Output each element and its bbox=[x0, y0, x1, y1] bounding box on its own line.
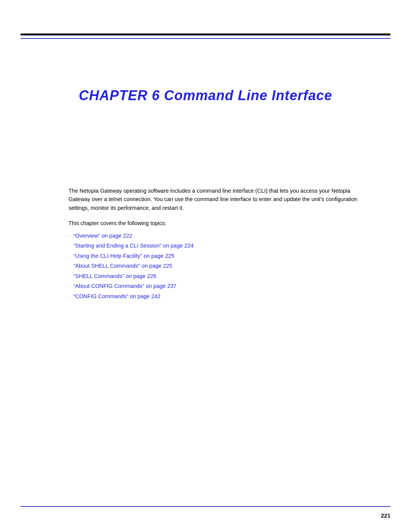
intro-paragraph: The Netopia Gateway operating software i… bbox=[68, 187, 373, 212]
link-starting-ending[interactable]: “Starting and Ending a CLI Session” on p… bbox=[73, 241, 194, 250]
page-container: CHAPTER 6 Command Line Interface The Net… bbox=[0, 0, 411, 532]
list-item: · “SHELL Commands” on page 226 bbox=[68, 272, 373, 280]
list-item: · “Using the CLI Help Facility” on page … bbox=[68, 252, 373, 260]
bullet-dot: · bbox=[68, 233, 70, 240]
link-cli-help[interactable]: “Using the CLI Help Facility” on page 22… bbox=[73, 252, 174, 260]
topics-list: · “Overview” on page 222 · “Starting and… bbox=[68, 232, 373, 300]
topics-intro: This chapter covers the following topics… bbox=[68, 219, 373, 227]
link-config-commands[interactable]: “CONFIG Commands” on page 242 bbox=[73, 292, 161, 300]
chapter-heading: CHAPTER 6 Command Line Interface bbox=[21, 88, 390, 104]
page-number: 221 bbox=[381, 512, 390, 519]
link-overview[interactable]: “Overview” on page 222 bbox=[73, 232, 132, 240]
bullet-dot: · bbox=[68, 243, 70, 249]
link-about-shell[interactable]: “About SHELL Commands” on page 225 bbox=[73, 262, 172, 270]
list-item: · “Starting and Ending a CLI Session” on… bbox=[68, 241, 373, 250]
link-about-config[interactable]: “About CONFIG Commands” on page 237 bbox=[73, 282, 177, 290]
list-item: · “About SHELL Commands” on page 225 bbox=[68, 262, 373, 270]
list-item: · “CONFIG Commands” on page 242 bbox=[68, 292, 373, 300]
list-item: · “About CONFIG Commands” on page 237 bbox=[68, 282, 373, 290]
top-rule-thick bbox=[21, 34, 390, 35]
bullet-dot: · bbox=[68, 264, 70, 270]
list-item: · “Overview” on page 222 bbox=[68, 232, 373, 240]
bottom-rule-thin bbox=[21, 506, 390, 507]
bullet-dot: · bbox=[68, 274, 70, 280]
bullet-dot: · bbox=[68, 284, 70, 290]
bullet-dot: · bbox=[68, 294, 70, 300]
bullet-dot: · bbox=[68, 254, 70, 260]
body-text-area: The Netopia Gateway operating software i… bbox=[68, 187, 373, 302]
link-shell-commands[interactable]: “SHELL Commands” on page 226 bbox=[73, 272, 156, 280]
top-rule-thin bbox=[21, 38, 390, 39]
